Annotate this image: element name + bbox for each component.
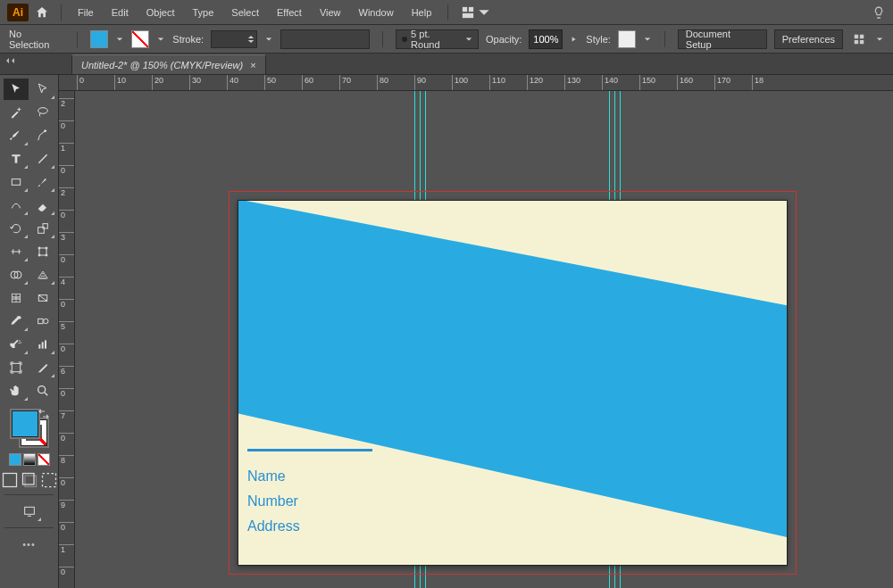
- ruler-tick: 0: [59, 299, 74, 309]
- fill-square[interactable]: [12, 410, 38, 437]
- free-transform-tool[interactable]: [30, 241, 55, 262]
- ruler-tick: 0: [59, 433, 74, 443]
- fill-stroke-box[interactable]: [10, 409, 49, 448]
- panel-collapse-icon[interactable]: [5, 57, 16, 64]
- svg-rect-25: [12, 363, 20, 371]
- menu-effect[interactable]: Effect: [270, 4, 309, 21]
- svg-point-20: [20, 342, 21, 343]
- width-tool[interactable]: [4, 241, 29, 262]
- document-tab[interactable]: Untitled-2* @ 150% (CMYK/Preview) ×: [71, 54, 266, 74]
- mesh-tool[interactable]: [4, 287, 29, 309]
- ruler-tick: 10: [114, 75, 126, 90]
- blue-polygon-art[interactable]: [238, 200, 788, 566]
- style-label: Style:: [586, 34, 611, 45]
- brush-definition-field[interactable]: [280, 29, 370, 49]
- menu-file[interactable]: File: [71, 4, 101, 21]
- opacity-caret-icon[interactable]: [570, 36, 579, 43]
- stroke-drop-icon[interactable]: [156, 36, 165, 43]
- menu-help[interactable]: Help: [405, 4, 439, 21]
- gradient-mode-icon[interactable]: [23, 453, 36, 466]
- paintbrush-tool[interactable]: [30, 171, 55, 193]
- shape-builder-tool[interactable]: [4, 264, 29, 286]
- draw-behind-icon[interactable]: [21, 471, 38, 489]
- selection-tool[interactable]: [4, 79, 29, 100]
- ruler-tick: 9: [59, 500, 74, 509]
- stroke-drop-caret-icon[interactable]: [264, 36, 273, 43]
- workspace-switcher[interactable]: [457, 4, 495, 21]
- slice-tool[interactable]: [30, 357, 55, 378]
- close-icon[interactable]: ×: [250, 60, 255, 70]
- menu-view[interactable]: View: [313, 4, 348, 21]
- scale-tool[interactable]: [30, 218, 55, 239]
- perspective-grid-tool[interactable]: [30, 264, 55, 286]
- ruler-tick: 0: [59, 567, 74, 576]
- variable-width-profile[interactable]: 5 pt. Round: [396, 29, 479, 49]
- artboard-tool[interactable]: [4, 357, 29, 378]
- blend-tool[interactable]: [30, 311, 55, 332]
- ruler-tick: 160: [677, 75, 693, 90]
- vertical-ruler[interactable]: 2010203040506070809010: [59, 91, 75, 588]
- menu-object[interactable]: Object: [139, 4, 182, 21]
- none-mode-icon[interactable]: [38, 453, 50, 466]
- direct-selection-tool[interactable]: [30, 79, 55, 100]
- svg-point-21: [18, 343, 19, 344]
- menu-window[interactable]: Window: [352, 4, 401, 21]
- home-icon[interactable]: [32, 3, 52, 22]
- stroke-swatch[interactable]: [131, 30, 149, 48]
- eraser-tool[interactable]: [30, 195, 55, 216]
- draw-inside-icon[interactable]: [40, 471, 58, 489]
- horizontal-ruler[interactable]: 0102030405060708090100110120130140150160…: [59, 75, 893, 91]
- opacity-field[interactable]: 100%: [529, 29, 563, 49]
- align-pin-icon[interactable]: [850, 33, 868, 46]
- type-tool[interactable]: [4, 148, 29, 170]
- menu-type[interactable]: Type: [186, 4, 221, 21]
- symbol-sprayer-tool[interactable]: [4, 334, 29, 355]
- svg-rect-8: [39, 248, 46, 255]
- stroke-weight-field[interactable]: [211, 30, 257, 48]
- ruler-tick: 0: [59, 388, 74, 398]
- menu-select[interactable]: Select: [224, 4, 266, 21]
- column-graph-tool[interactable]: [30, 334, 55, 355]
- ruler-tick: 110: [489, 75, 505, 90]
- divider-line-art[interactable]: [247, 449, 372, 451]
- eyedropper-tool[interactable]: [4, 311, 29, 332]
- rotate-tool[interactable]: [4, 218, 29, 239]
- ruler-tick: 0: [59, 165, 74, 175]
- art-text-name[interactable]: Name: [247, 468, 300, 484]
- ruler-tick: 7: [59, 410, 74, 420]
- rectangle-tool[interactable]: [4, 171, 29, 193]
- gradient-tool[interactable]: [30, 287, 55, 309]
- ruler-tick: 150: [639, 75, 655, 90]
- art-text-number[interactable]: Number: [247, 493, 300, 509]
- lasso-tool[interactable]: [30, 102, 55, 123]
- style-swatch[interactable]: [618, 30, 636, 48]
- style-caret-icon[interactable]: [643, 36, 652, 43]
- canvas[interactable]: Name Number Address: [75, 91, 893, 588]
- curvature-tool[interactable]: [30, 125, 55, 146]
- app-brand: Ai: [7, 4, 29, 21]
- selection-status: No Selection: [9, 29, 64, 50]
- magic-wand-tool[interactable]: [4, 102, 29, 123]
- fill-swatch[interactable]: [90, 30, 108, 48]
- shaper-tool[interactable]: [4, 195, 29, 216]
- edit-toolbar-icon[interactable]: •••: [22, 539, 36, 550]
- preferences-button[interactable]: Preferences: [774, 29, 843, 49]
- artboard[interactable]: Name Number Address: [238, 200, 788, 566]
- hand-tool[interactable]: [4, 380, 29, 402]
- menu-edit[interactable]: Edit: [104, 4, 136, 21]
- draw-normal-icon[interactable]: [1, 471, 19, 489]
- document-setup-button[interactable]: Document Setup: [678, 29, 767, 49]
- fill-drop-icon[interactable]: [115, 36, 124, 43]
- color-mode-icon[interactable]: [9, 453, 21, 466]
- align-caret-icon[interactable]: [875, 36, 884, 43]
- art-text-address[interactable]: Address: [247, 518, 300, 534]
- discover-icon[interactable]: [872, 5, 886, 20]
- pen-tool[interactable]: [4, 125, 29, 146]
- zoom-tool[interactable]: [30, 380, 55, 402]
- svg-point-4: [44, 130, 46, 132]
- line-segment-tool[interactable]: [30, 148, 55, 170]
- svg-point-26: [38, 386, 45, 393]
- swap-fill-stroke-icon[interactable]: [38, 409, 49, 419]
- screen-mode-icon[interactable]: [17, 501, 42, 522]
- ruler-tick: 140: [602, 75, 618, 90]
